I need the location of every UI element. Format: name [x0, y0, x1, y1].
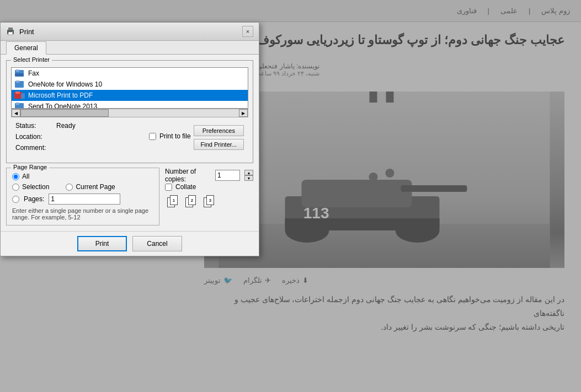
bottom-buttons: Print Cancel — [1, 231, 259, 256]
page-card-3: 3 3 — [201, 195, 214, 207]
dialog-title-section: Print — [6, 27, 34, 36]
radio-all-label: All — [22, 173, 29, 180]
page-sheet-1b: 1 — [170, 195, 178, 205]
scroll-thumb[interactable] — [20, 109, 109, 117]
printer-fax-label: Fax — [28, 69, 39, 77]
svg-rect-21 — [16, 69, 19, 72]
printer-title-icon — [6, 27, 15, 36]
page-sheet-2b: 2 — [188, 195, 196, 205]
location-label: Location: — [15, 133, 54, 141]
pages-input[interactable] — [49, 194, 120, 205]
collate-label: Collate — [175, 183, 196, 191]
svg-rect-29 — [16, 103, 19, 105]
cancel-button[interactable]: Cancel — [132, 236, 182, 251]
svg-rect-26 — [15, 92, 20, 94]
right-buttons: Print to file Preferences Find Printer..… — [149, 125, 244, 150]
preferences-button[interactable]: Preferences — [194, 125, 244, 136]
svg-point-19 — [12, 31, 13, 32]
print-to-file-checkbox[interactable] — [149, 133, 156, 140]
dialog-body: Select Printer Fax — [1, 54, 259, 231]
copies-input[interactable] — [215, 170, 240, 181]
select-printer-group: Select Printer Fax — [6, 60, 253, 163]
page-sheet-3b: 3 — [206, 195, 214, 205]
svg-rect-27 — [21, 93, 25, 99]
find-printer-button[interactable]: Find Printer... — [194, 139, 244, 150]
copies-panel: Number of copies: ▲ ▼ Collate 1 — [165, 168, 253, 225]
pdf-icon — [14, 91, 25, 100]
radio-all-row: All — [12, 173, 153, 180]
onenote-icon-2 — [14, 102, 25, 109]
printer-pdf[interactable]: Microsoft Print to PDF — [12, 90, 248, 101]
svg-rect-22 — [15, 73, 24, 76]
fax-icon — [14, 69, 25, 78]
status-find-row: Status: Ready Location: Comment: — [15, 122, 244, 153]
tab-general[interactable]: General — [6, 41, 46, 55]
radio-pages-label: Pages: — [24, 195, 44, 203]
scroll-left-button[interactable]: ◀ — [12, 109, 20, 117]
printer-list[interactable]: Fax OneNote for Windows 10 — [11, 67, 248, 109]
collate-row: Collate — [165, 183, 253, 191]
radio-current-page-label: Current Page — [76, 183, 115, 191]
comment-label: Comment: — [15, 144, 54, 152]
pages-row: Pages: — [12, 194, 153, 205]
pages-hint: Enter either a single page number or a s… — [12, 207, 153, 221]
printer-onenote-1[interactable]: OneNote for Windows 10 — [12, 79, 248, 90]
spinner-up[interactable]: ▲ — [244, 170, 253, 175]
select-printer-legend: Select Printer — [11, 56, 52, 63]
printer-onenote-2[interactable]: Send To OneNote 2013 — [12, 101, 248, 109]
radio-selection-label: Selection — [22, 183, 49, 191]
page-card-2: 2 2 — [183, 195, 196, 207]
collate-page-cards: 1 1 2 2 3 3 — [165, 195, 253, 207]
tab-bar: General — [1, 41, 259, 54]
status-area: Status: Ready Location: Comment: — [11, 122, 248, 158]
collate-checkbox[interactable] — [165, 184, 172, 191]
svg-rect-24 — [16, 80, 19, 83]
comment-row: Comment: — [15, 144, 149, 152]
dialog-title-text: Print — [19, 28, 34, 36]
copies-label: Number of copies: — [165, 168, 211, 183]
dialog-titlebar: Print × — [1, 23, 259, 41]
print-to-file-row: Print to file — [149, 125, 191, 147]
print-dialog: Print × General Select Printer Fax — [0, 22, 259, 256]
onenote-icon-1 — [14, 80, 25, 89]
page-range-panel: Page Range All Selection Current Page — [6, 168, 159, 225]
action-buttons: Preferences Find Printer... — [194, 125, 244, 150]
svg-rect-18 — [8, 32, 13, 35]
spinner: ▲ ▼ — [244, 170, 253, 181]
horizontal-scrollbar[interactable]: ◀ ▶ — [11, 109, 248, 117]
copies-row: Number of copies: ▲ ▼ — [165, 168, 253, 183]
print-to-file-label: Print to file — [159, 132, 191, 140]
printer-fax[interactable]: Fax — [12, 68, 248, 79]
status-row: Status: Ready — [15, 122, 149, 130]
page-card-1: 1 1 — [165, 195, 178, 207]
scroll-right-button[interactable]: ▶ — [239, 109, 248, 117]
radio-pages[interactable] — [12, 196, 19, 203]
location-row: Location: — [15, 133, 149, 141]
radio-selection[interactable] — [12, 184, 19, 191]
lower-area: Page Range All Selection Current Page — [6, 168, 253, 225]
printer-onenote-2-label: Send To OneNote 2013 — [28, 103, 97, 109]
radio-selection-row: Selection Current Page — [12, 183, 153, 191]
radio-current-page[interactable] — [66, 184, 73, 191]
page-range-group: Page Range All Selection Current Page — [6, 168, 159, 225]
status-fields: Status: Ready Location: Comment: — [15, 122, 149, 153]
status-value: Ready — [56, 122, 149, 130]
close-button[interactable]: × — [242, 26, 253, 37]
print-button[interactable]: Print — [77, 236, 127, 251]
printer-pdf-label: Microsoft Print to PDF — [28, 92, 93, 99]
status-label: Status: — [15, 122, 54, 130]
radio-all[interactable] — [12, 173, 19, 180]
spinner-down[interactable]: ▼ — [244, 175, 253, 181]
page-range-legend: Page Range — [11, 164, 49, 170]
svg-rect-17 — [8, 28, 13, 30]
printer-onenote-1-label: OneNote for Windows 10 — [28, 80, 102, 88]
